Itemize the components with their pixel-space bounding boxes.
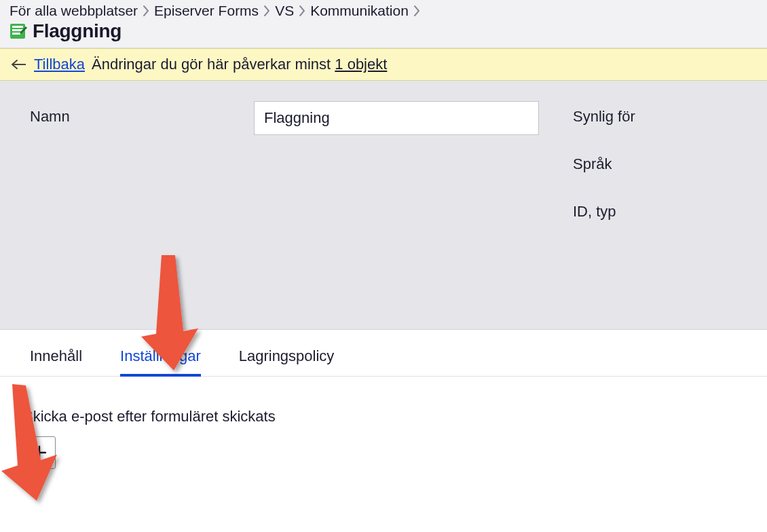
name-input[interactable] (254, 101, 539, 135)
form-icon (10, 22, 27, 40)
chevron-right-icon (263, 5, 271, 17)
page-title: Flaggning (33, 20, 121, 42)
breadcrumb-item[interactable]: VS (275, 3, 294, 19)
settings-panel: Skicka e-post efter formuläret skickats (0, 377, 767, 482)
breadcrumb-bar: För alla webbplatser Episerver Forms VS … (0, 0, 767, 48)
tab-storage[interactable]: Lagringspolicy (239, 342, 335, 376)
chevron-right-icon (413, 5, 421, 17)
form-header-panel: Namn Synlig för Språk ID, typ (0, 81, 767, 330)
page-title-row: Flaggning (10, 19, 757, 45)
breadcrumb-item[interactable]: Kommunikation (310, 3, 409, 19)
back-arrow-icon (11, 59, 27, 70)
changes-notice: Tillbaka Ändringar du gör här påverkar m… (0, 48, 767, 81)
tabs: Innehåll Inställningar Lagringspolicy (0, 330, 767, 377)
id-type-label: ID, typ (573, 203, 737, 221)
breadcrumb: För alla webbplatser Episerver Forms VS … (10, 3, 757, 19)
language-label: Språk (573, 155, 737, 173)
svg-rect-3 (12, 33, 20, 35)
breadcrumb-item[interactable]: För alla webbplatser (10, 3, 138, 19)
email-section-label: Skicka e-post efter formuläret skickats (23, 408, 744, 425)
breadcrumb-item[interactable]: Episerver Forms (154, 3, 259, 19)
svg-rect-1 (12, 26, 23, 28)
affected-objects-link[interactable]: 1 objekt (335, 56, 387, 73)
tab-content[interactable]: Innehåll (30, 342, 82, 376)
name-label: Namn (30, 101, 233, 126)
back-link[interactable]: Tillbaka (34, 56, 85, 73)
visible-for-label: Synlig för (573, 108, 737, 126)
plus-icon (32, 445, 47, 460)
notice-text: Ändringar du gör här påverkar minst 1 ob… (92, 56, 387, 73)
chevron-right-icon (142, 5, 150, 17)
chevron-right-icon (298, 5, 306, 17)
tab-settings[interactable]: Inställningar (120, 342, 201, 377)
add-email-button[interactable] (23, 436, 56, 469)
